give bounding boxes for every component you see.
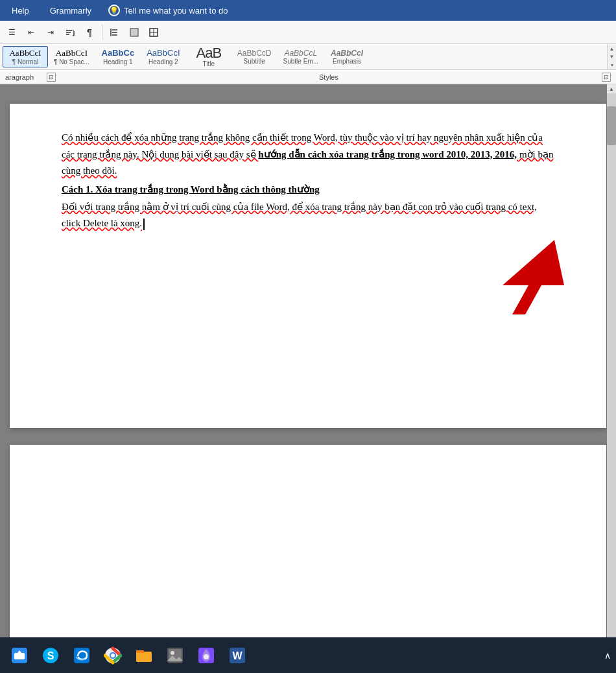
app-container: Help Grammarly 💡 Tell me what you want t… xyxy=(0,0,616,673)
style-no-spacing-preview: AaBbCcI xyxy=(56,48,88,58)
style-heading2-label: Heading 2 xyxy=(148,58,178,65)
styles-scrollbar: ▲ ▼ ▾ xyxy=(607,44,616,69)
search-bar[interactable]: 💡 Tell me what you want to do xyxy=(108,5,228,16)
styles-bar: AaBbCcI ¶ Normal AaBbCcI ¶ No Spac... Aa… xyxy=(0,44,616,70)
heading-1: Cách 1. Xóa trang trắng trong Word bằng … xyxy=(62,183,554,195)
taskbar-chevron-up[interactable]: ∧ xyxy=(604,650,611,661)
toolbar-indent-increase[interactable]: ⇥ xyxy=(41,23,60,41)
svg-point-21 xyxy=(111,654,115,657)
svg-marker-11 xyxy=(503,240,564,314)
style-no-spacing-label: ¶ No Spac... xyxy=(54,58,89,65)
style-heading1-label: Heading 1 xyxy=(103,58,133,65)
document-scroll-area[interactable]: Có nhiều cách để xóa những trang trắng k… xyxy=(0,84,616,659)
style-subtitle[interactable]: AaBbCcD Subtitle xyxy=(231,47,278,67)
toolbar-align-left[interactable]: ☰ xyxy=(3,23,21,41)
page-2 xyxy=(10,445,606,659)
taskbar-edge[interactable] xyxy=(67,641,96,670)
text-cursor xyxy=(143,218,145,230)
style-emphasis-preview: AaBbCcI xyxy=(331,49,363,58)
toolbar-sort[interactable] xyxy=(61,23,79,41)
toolbar-line-spacing[interactable] xyxy=(106,23,124,41)
page-divider xyxy=(0,428,616,438)
svg-point-26 xyxy=(171,651,174,655)
taskbar-skype[interactable]: S xyxy=(36,641,65,670)
style-subtitle-preview: AaBbCcD xyxy=(237,49,272,58)
style-subtle-em-preview: AaBbCcL xyxy=(284,49,317,58)
style-normal-preview: AaBbCcI xyxy=(9,48,41,58)
svg-rect-13 xyxy=(14,653,25,659)
toolbar-indent-decrease[interactable]: ⇤ xyxy=(22,23,40,41)
styles-scroll-down[interactable]: ▼ xyxy=(609,54,615,60)
svg-rect-22 xyxy=(136,652,152,662)
style-heading2-preview: AaBbCcI xyxy=(147,48,180,58)
scroll-up-btn[interactable]: ▲ xyxy=(607,84,616,93)
paragraph-2: Đối với trang trắng nằm ở vị trí cuối cù… xyxy=(62,199,554,232)
style-title-label: Title xyxy=(203,60,215,67)
styles-expand-btn[interactable]: ⊡ xyxy=(602,73,611,82)
svg-rect-23 xyxy=(136,650,144,653)
taskbar-explorer[interactable] xyxy=(130,641,158,670)
title-bar: Help Grammarly 💡 Tell me what you want t… xyxy=(0,0,616,21)
separator-1 xyxy=(102,25,102,40)
style-heading1[interactable]: AaBbCc Heading 1 xyxy=(95,46,141,67)
style-emphasis[interactable]: AaBbCcI Emphasis xyxy=(324,47,370,67)
help-menu[interactable]: Help xyxy=(8,3,33,18)
svg-text:S: S xyxy=(47,650,54,661)
styles-list: AaBbCcI ¶ Normal AaBbCcI ¶ No Spac... Aa… xyxy=(0,43,616,71)
toolbar-row: ☰ ⇤ ⇥ ¶ xyxy=(0,21,616,44)
toolbar-shading[interactable] xyxy=(125,23,143,41)
svg-rect-7 xyxy=(130,29,138,36)
style-no-spacing[interactable]: AaBbCcI ¶ No Spac... xyxy=(48,46,95,67)
svg-text:W: W xyxy=(232,650,243,661)
vertical-scrollbar[interactable]: ▲ ▼ xyxy=(607,84,616,659)
style-subtle-em[interactable]: AaBbCcL Subtle Em... xyxy=(278,47,324,67)
ribbon-area: ☰ ⇤ ⇥ ¶ AaBbCcI ¶ Norma xyxy=(0,21,616,84)
paragraph-1-text: Có nhiều cách để xóa những trang trắng k… xyxy=(62,132,553,176)
style-normal[interactable]: AaBbCcI ¶ Normal xyxy=(3,46,48,67)
toolbar-borders[interactable] xyxy=(145,23,163,41)
styles-label: Styles xyxy=(69,73,589,81)
taskbar-word[interactable]: W xyxy=(223,641,252,670)
taskbar-photos[interactable] xyxy=(161,641,189,670)
taskbar-zoom[interactable] xyxy=(5,641,34,670)
style-subtle-em-label: Subtle Em... xyxy=(283,58,318,65)
style-title-preview: AaB xyxy=(196,46,222,60)
styles-expand[interactable]: ▾ xyxy=(609,62,615,68)
toolbar-show-hide[interactable]: ¶ xyxy=(80,23,99,41)
red-arrow xyxy=(451,233,567,311)
styles-scroll-up[interactable]: ▲ xyxy=(609,45,615,52)
paragraph-1: Có nhiều cách để xóa những trang trắng k… xyxy=(62,130,554,180)
paragraph-label: aragraph xyxy=(5,73,34,81)
svg-point-28 xyxy=(204,654,209,659)
lightbulb-icon: 💡 xyxy=(108,5,120,16)
grammarly-menu[interactable]: Grammarly xyxy=(46,3,95,18)
paragraph-2-text: Đối với trang trắng nằm ở vị trí cuối cù… xyxy=(62,202,537,229)
scroll-thumb[interactable] xyxy=(607,106,616,145)
paragraph-expand[interactable]: ⊡ xyxy=(47,73,56,82)
style-normal-label: ¶ Normal xyxy=(12,58,38,65)
style-heading1-preview: AaBbCc xyxy=(102,48,135,58)
style-subtitle-label: Subtitle xyxy=(244,58,265,65)
document-inner: Có nhiều cách để xóa những trang trắng k… xyxy=(0,84,616,659)
style-heading2[interactable]: AaBbCcI Heading 2 xyxy=(141,46,186,67)
page-1: Có nhiều cách để xóa những trang trắng k… xyxy=(10,104,606,428)
search-placeholder: Tell me what you want to do xyxy=(124,6,228,16)
taskbar: S W ∧ xyxy=(0,637,616,673)
style-title[interactable]: AaB Title xyxy=(186,44,231,69)
heading-1-text: Cách 1. Xóa trang trắng trong Word bằng … xyxy=(62,184,320,195)
style-emphasis-label: Emphasis xyxy=(333,58,361,65)
status-bar: aragraph ⊡ Styles ⊡ xyxy=(0,70,616,84)
taskbar-fluent[interactable] xyxy=(192,641,220,670)
taskbar-chrome[interactable] xyxy=(99,641,127,670)
